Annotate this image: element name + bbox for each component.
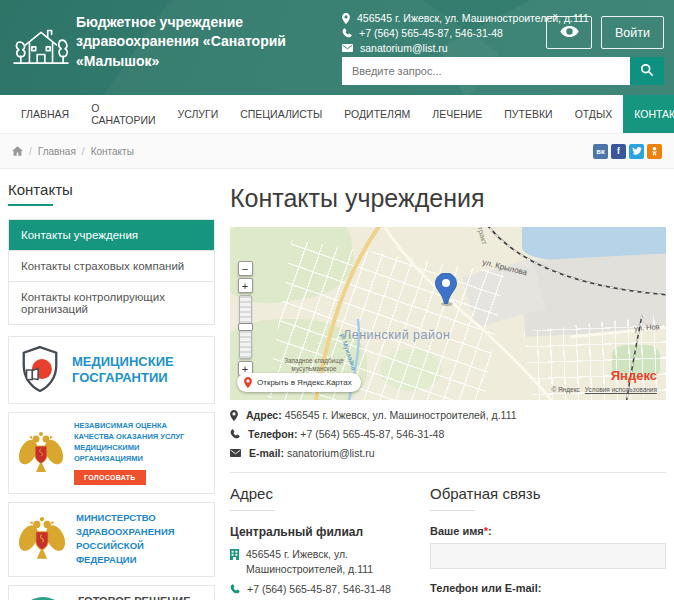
- copyright-text: © Яндекс: [551, 386, 579, 393]
- zoom-slider-track[interactable]: [239, 295, 252, 359]
- breadcrumb-home-link[interactable]: Главная: [38, 146, 76, 157]
- field-name: Ваше имя*:: [430, 525, 666, 582]
- sidebar-item-contacts-institution[interactable]: Контакты учреждения: [9, 220, 214, 251]
- content: Контакты Контакты учреждения Контакты ст…: [0, 169, 674, 600]
- envelope-icon: [342, 44, 353, 52]
- search-input[interactable]: [342, 57, 630, 85]
- header-phone: +7 (564) 565-45-87, 546-31-48: [359, 27, 503, 39]
- search-button[interactable]: [630, 57, 664, 85]
- heading-underline: [230, 510, 275, 511]
- red-pin-icon: [244, 377, 252, 388]
- main-content: Контакты учреждения: [230, 179, 666, 600]
- breadcrumb-current: Контакты: [91, 146, 134, 157]
- map-label-nov-street: ул. Нов: [634, 322, 660, 333]
- contact-label: E-mail:: [249, 447, 284, 459]
- breadcrumb-separator: /: [82, 146, 85, 157]
- site-header: Бюджетное учреждение здравоохранения «Са…: [0, 0, 674, 95]
- facebook-icon[interactable]: f: [611, 144, 626, 159]
- location-pin-icon: [342, 13, 350, 24]
- nav-item-lechenie[interactable]: ЛЕЧЕНИЕ: [421, 95, 493, 133]
- contact-row-address: Адрес: 456545 г. Ижевск, ул. Машинострои…: [230, 409, 666, 421]
- header-email-link[interactable]: sanatorium@list.ru: [360, 42, 448, 54]
- accessibility-eye-button[interactable]: [546, 16, 592, 49]
- nav-item-uslugi[interactable]: УСЛУГИ: [167, 95, 230, 133]
- page-title: Контакты учреждения: [230, 184, 666, 213]
- phone-email-label: Телефон или E-mail:: [430, 582, 666, 594]
- nav-item-glavnaya[interactable]: ГЛАВНАЯ: [10, 95, 80, 133]
- nav-item-kontakty[interactable]: КОНТАКТЫ: [623, 95, 674, 133]
- banner-title: МЕДИЦИНСКИЕ ГОСГАРАНТИИ: [72, 354, 205, 385]
- sidebar-title: Контакты: [8, 179, 215, 204]
- home-icon[interactable]: [12, 146, 23, 156]
- field-phone-email: Телефон или E-mail:: [430, 582, 666, 600]
- terms-of-use-link[interactable]: Условия использования: [585, 386, 657, 393]
- shield-thumbs-up-icon: [18, 345, 62, 395]
- site-title: Бюджетное учреждение здравоохранения «Са…: [76, 13, 321, 71]
- banner-title: ГОТОВОЕ РЕШЕНИЕ ДЛЯ САЙТА САНАТОРИЯ: [78, 594, 205, 600]
- vote-button[interactable]: ГОЛОСОВАТЬ: [74, 470, 146, 485]
- sidebar: Контакты Контакты учреждения Контакты ст…: [8, 179, 215, 600]
- banner-simai-solution[interactable]: ГОТОВОЕ РЕШЕНИЕ ДЛЯ САЙТА САНАТОРИЯ SIMA…: [8, 585, 215, 600]
- open-in-yandex-maps-button[interactable]: Открыть в Яндекс.Картах: [237, 373, 361, 392]
- page: Бюджетное учреждение здравоохранения «Са…: [0, 0, 674, 600]
- odnoklassniki-icon[interactable]: [647, 144, 662, 159]
- feedback-section: Обратная связь Ваше имя*: Телефон или E-…: [430, 485, 666, 600]
- banner-title: НЕЗАВИСИМАЯ ОЦЕНКА КАЧЕСТВА ОКАЗАНИЯ УСЛ…: [74, 421, 205, 465]
- phone-icon: [230, 584, 240, 597]
- open-in-maps-label: Открыть в Яндекс.Картах: [257, 378, 352, 387]
- header-buttons: Войти: [546, 16, 664, 49]
- branch-phone: +7 (564) 565-45-87, 546-31-48: [247, 582, 391, 597]
- address-section-title: Адрес: [230, 485, 405, 502]
- map-zoom-control: − + +: [237, 261, 253, 376]
- building-icon: [230, 549, 239, 577]
- vk-icon[interactable]: вк: [593, 144, 608, 159]
- heading-underline: [430, 510, 475, 511]
- breadcrumb: / Главная / Контакты: [12, 146, 134, 157]
- nav-item-putevki[interactable]: ПУТЕВКИ: [493, 95, 563, 133]
- branch-address: 456545 г. Ижевск, ул. Машиностроителей, …: [246, 547, 405, 577]
- nav-item-otdyh[interactable]: ОТДЫХ: [564, 95, 624, 133]
- feedback-section-title: Обратная связь: [430, 485, 666, 502]
- nav-item-specialisty[interactable]: СПЕЦИАЛИСТЫ: [229, 95, 333, 133]
- search-icon: [640, 63, 654, 80]
- banner-health-ministry[interactable]: МИНИСТЕРСТВО ЗДРАВООХРАНЕНИЯ РОССИЙСКОЙ …: [8, 502, 215, 577]
- banner-quality-rating[interactable]: НЕЗАВИСИМАЯ ОЦЕНКА КАЧЕСТВА ОКАЗАНИЯ УСЛ…: [8, 412, 215, 494]
- contact-label: Телефон:: [248, 428, 297, 440]
- yandex-logo[interactable]: Яндекс: [611, 368, 657, 383]
- sidebar-item-contacts-insurance[interactable]: Контакты страховых компаний: [9, 251, 214, 282]
- yandex-map[interactable]: тракт ул. Крылова Ленинский район Западн…: [230, 227, 666, 400]
- banner-title: МИНИСТЕРСТВО ЗДРАВООХРАНЕНИЯ РОССИЙСКОЙ …: [76, 511, 205, 568]
- sidebar-item-contacts-regulators[interactable]: Контакты контролирующих организаций: [9, 282, 214, 325]
- address-section: Адрес Центральный филиал 456545 г. Ижевс…: [230, 485, 405, 600]
- login-button[interactable]: Войти: [601, 16, 664, 49]
- social-icons: вк f: [593, 144, 662, 159]
- contact-email-link[interactable]: sanatorium@list.ru: [287, 447, 375, 459]
- map-label-cemetery: Западное кладбище мусульманское: [276, 357, 352, 372]
- zoom-out-button[interactable]: −: [238, 261, 253, 276]
- envelope-icon: [230, 449, 241, 457]
- sidebar-title-underline: [8, 204, 53, 206]
- phone-icon: [342, 28, 352, 38]
- central-branch-title: Центральный филиал: [230, 525, 405, 539]
- main-nav: ГЛАВНАЯ О САНАТОРИИ УСЛУГИ СПЕЦИАЛИСТЫ Р…: [0, 95, 674, 133]
- zoom-in-button[interactable]: +: [238, 278, 253, 293]
- russia-eagle-emblem-icon: [18, 515, 66, 563]
- sidebar-menu: Контакты учреждения Контакты страховых к…: [8, 219, 215, 325]
- breadcrumb-bar: / Главная / Контакты вк f: [0, 133, 674, 169]
- location-pin-icon: [230, 410, 238, 421]
- branch-phone-row: +7 (564) 565-45-87, 546-31-48: [230, 582, 405, 597]
- zoom-slider-handle[interactable]: [238, 323, 253, 331]
- name-input[interactable]: [430, 543, 666, 569]
- russia-eagle-emblem-icon: [18, 430, 64, 476]
- section-divider: [230, 472, 666, 473]
- nav-item-roditelyam[interactable]: РОДИТЕЛЯМ: [333, 95, 421, 133]
- contact-row-email: E-mail: sanatorium@list.ru: [230, 447, 666, 459]
- breadcrumb-separator: /: [29, 146, 32, 157]
- site-logo-house-icon[interactable]: [12, 17, 70, 71]
- twitter-icon[interactable]: [629, 144, 644, 159]
- nav-item-o-sanatorii[interactable]: О САНАТОРИИ: [80, 95, 166, 133]
- map-placemark-pin[interactable]: [435, 273, 457, 310]
- contact-label: Адрес:: [246, 409, 282, 421]
- banner-med-guarantees[interactable]: МЕДИЦИНСКИЕ ГОСГАРАНТИИ: [8, 336, 215, 404]
- branch-address-row: 456545 г. Ижевск, ул. Машиностроителей, …: [230, 547, 405, 577]
